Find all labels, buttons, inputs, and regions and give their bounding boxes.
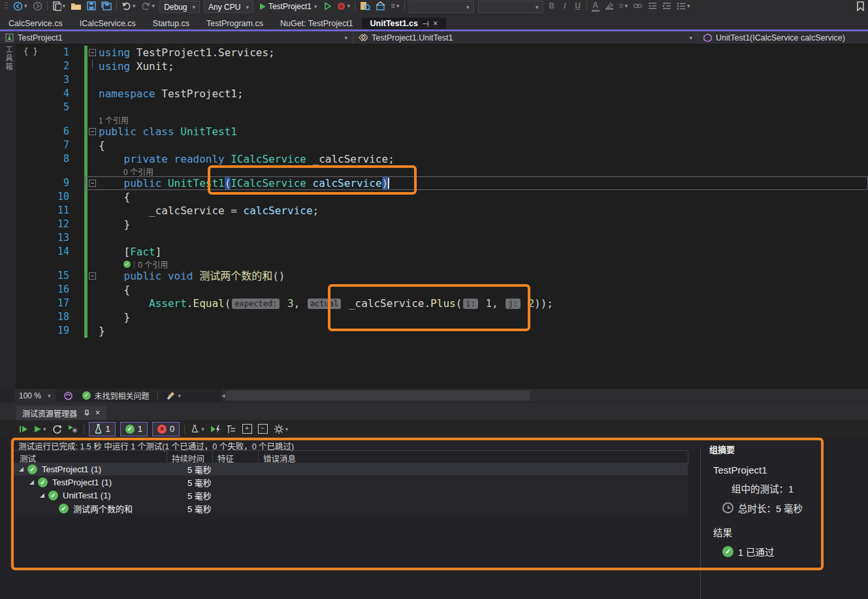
code-area[interactable]: 1using TestProject1.Services;2using Xuni… bbox=[17, 46, 868, 338]
code-line[interactable]: 18 } bbox=[17, 310, 868, 324]
total-tests-badge[interactable]: 1 bbox=[89, 422, 116, 436]
horizontal-scrollbar[interactable]: ◂ bbox=[222, 389, 868, 402]
run-all-tests-button[interactable] bbox=[18, 424, 29, 434]
document-tab[interactable]: CalcService.cs bbox=[0, 18, 71, 29]
code-line[interactable]: 10 { bbox=[17, 190, 868, 204]
code-line[interactable]: 15 public void 测试两个数的和() bbox=[17, 269, 868, 283]
new-item-button[interactable]: ▾ bbox=[52, 1, 67, 11]
close-icon[interactable]: × bbox=[433, 19, 438, 28]
solution-configuration-combo[interactable]: Debug▾ bbox=[159, 1, 200, 13]
repeat-last-run-button[interactable] bbox=[52, 424, 63, 434]
codelens-row[interactable]: 1 个引用 bbox=[17, 114, 868, 125]
toolbox-vertical-tab[interactable]: 工具箱 bbox=[3, 46, 14, 71]
code-cleanup-button[interactable]: ▾ bbox=[166, 391, 182, 401]
document-health-indicator[interactable]: ✓ 未找到相关问题 bbox=[82, 390, 150, 401]
scrollbar-thumb[interactable] bbox=[226, 391, 530, 400]
code-line[interactable]: 6public class UnitTest1 bbox=[17, 125, 868, 138]
document-tab[interactable]: UnitTest1.cs⊣× bbox=[362, 18, 447, 29]
codelens-row[interactable]: 0 个引用 bbox=[17, 166, 868, 176]
font-name-combo[interactable]: ▾ bbox=[409, 1, 474, 13]
save-all-button[interactable] bbox=[101, 1, 112, 11]
failed-tests-badge[interactable]: × 0 bbox=[152, 422, 180, 436]
code-line[interactable]: 7{ bbox=[17, 138, 868, 152]
breadcrumb-member[interactable]: UnitTest1(ICalcService calcService) bbox=[698, 31, 868, 44]
link-button[interactable] bbox=[632, 1, 643, 11]
fold-marker-icon[interactable] bbox=[88, 176, 99, 190]
bold-button[interactable]: B bbox=[547, 1, 556, 11]
test-row[interactable]: ✓测试两个数的和5 毫秒 bbox=[11, 502, 688, 515]
breadcrumb-type[interactable]: TestProject1.UnitTest1 ▾ bbox=[353, 31, 698, 44]
decrease-indent-button[interactable] bbox=[647, 1, 658, 11]
code-line[interactable]: 12 } bbox=[17, 218, 868, 231]
run-tests-button[interactable]: ▾ bbox=[33, 424, 47, 434]
increase-indent-button[interactable] bbox=[662, 1, 672, 11]
bookmark-button[interactable] bbox=[856, 1, 865, 11]
playlist-button[interactable]: ▾ bbox=[189, 424, 205, 434]
fold-marker-icon[interactable] bbox=[88, 269, 99, 283]
start-debugging-button[interactable]: TestProject1 ▾ bbox=[257, 1, 320, 12]
code-line[interactable]: 14 [Fact] bbox=[17, 245, 868, 259]
scroll-left-icon[interactable]: ◂ bbox=[221, 391, 225, 400]
test-row[interactable]: ✓TestProject1 (1)5 毫秒 bbox=[11, 462, 688, 476]
document-tab[interactable]: NuGet: TestProject1 bbox=[272, 18, 362, 29]
code-line[interactable]: 1using TestProject1.Services; bbox=[17, 46, 868, 59]
run-until-failure-button[interactable] bbox=[210, 424, 221, 434]
test-row[interactable]: ✓TestProject1 (1)5 毫秒 bbox=[11, 476, 688, 489]
pin-icon[interactable] bbox=[82, 409, 90, 417]
passed-tests-badge[interactable]: ✓ 1 bbox=[120, 422, 148, 436]
line-spacing-button[interactable]: ≡▾ bbox=[619, 1, 629, 11]
hot-reload-button[interactable]: ▾ bbox=[336, 1, 351, 11]
breadcrumb-project[interactable]: TestProject1 ▾ bbox=[0, 31, 353, 44]
group-by-button[interactable] bbox=[226, 424, 237, 434]
text-color-button[interactable]: A bbox=[591, 1, 600, 11]
navigate-back-button[interactable]: ▾ bbox=[12, 1, 28, 11]
save-button[interactable] bbox=[86, 1, 97, 11]
code-line[interactable]: 9 public UnitTest1(ICalcService calcServ… bbox=[17, 176, 868, 190]
zoom-combo[interactable]: 100 % ▾ bbox=[14, 389, 56, 402]
bullet-list-button[interactable]: ▾ bbox=[676, 1, 691, 11]
code-line[interactable]: 19} bbox=[17, 324, 868, 338]
code-line[interactable]: 2using Xunit; bbox=[17, 59, 868, 73]
code-line[interactable]: 11 _calcService = calcService; bbox=[17, 204, 868, 218]
collapse-all-button[interactable]: − bbox=[257, 424, 268, 434]
document-tab[interactable]: Startup.cs bbox=[144, 18, 198, 29]
test-duration: 5 毫秒 bbox=[187, 489, 212, 502]
test-row[interactable]: ✓UnitTest1 (1)5 毫秒 bbox=[11, 489, 688, 502]
code-line[interactable]: 17 Assert.Equal(expected: 3, actual _cal… bbox=[17, 297, 868, 310]
expander-icon[interactable] bbox=[29, 480, 34, 485]
codelens-row[interactable]: ✓|0 个引用 bbox=[17, 259, 868, 269]
panel-splitter[interactable] bbox=[700, 448, 701, 599]
pin-icon[interactable]: ⊣ bbox=[422, 19, 429, 29]
home-button[interactable] bbox=[375, 1, 386, 11]
code-line[interactable]: 13 bbox=[17, 231, 868, 245]
expander-icon[interactable] bbox=[19, 467, 24, 472]
start-without-debugging-button[interactable] bbox=[323, 1, 332, 11]
navigate-forward-button[interactable] bbox=[32, 1, 43, 11]
close-icon[interactable]: × bbox=[95, 408, 100, 417]
highlight-button[interactable] bbox=[604, 1, 615, 11]
find-in-files-button[interactable] bbox=[359, 1, 371, 11]
code-line[interactable]: 16 { bbox=[17, 283, 868, 297]
code-line[interactable]: 5 bbox=[17, 101, 868, 114]
code-line[interactable]: 8 private readonly ICalcService _calcSer… bbox=[17, 152, 868, 166]
run-failed-tests-button[interactable] bbox=[67, 424, 79, 434]
redo-button[interactable]: ▾ bbox=[140, 1, 156, 11]
fold-marker-icon[interactable] bbox=[88, 46, 99, 59]
font-size-combo[interactable]: ▾ bbox=[478, 1, 543, 13]
code-line[interactable]: 3 bbox=[17, 73, 868, 87]
document-tab[interactable]: ICalcService.cs bbox=[71, 18, 144, 29]
fold-marker-icon[interactable] bbox=[88, 125, 99, 138]
expander-icon[interactable] bbox=[40, 493, 44, 498]
test-explorer-tab[interactable]: 测试资源管理器 × bbox=[16, 406, 106, 420]
document-tab[interactable]: TestProgram.cs bbox=[198, 18, 272, 29]
italic-button[interactable]: I bbox=[560, 1, 570, 11]
code-editor[interactable]: 工具箱 { } 1using TestProject1.Services;2us… bbox=[0, 44, 868, 389]
underline-button[interactable]: U bbox=[573, 1, 583, 11]
line-list-button[interactable]: ≡▾ bbox=[390, 1, 400, 11]
solution-platform-combo[interactable]: Any CPU▾ bbox=[204, 1, 253, 13]
code-line[interactable]: 4namespace TestProject1; bbox=[17, 87, 868, 101]
open-file-button[interactable] bbox=[70, 1, 82, 11]
undo-button[interactable]: ▾ bbox=[121, 1, 137, 11]
expand-all-button[interactable]: + bbox=[242, 424, 253, 434]
test-settings-button[interactable]: ▾ bbox=[273, 424, 289, 434]
